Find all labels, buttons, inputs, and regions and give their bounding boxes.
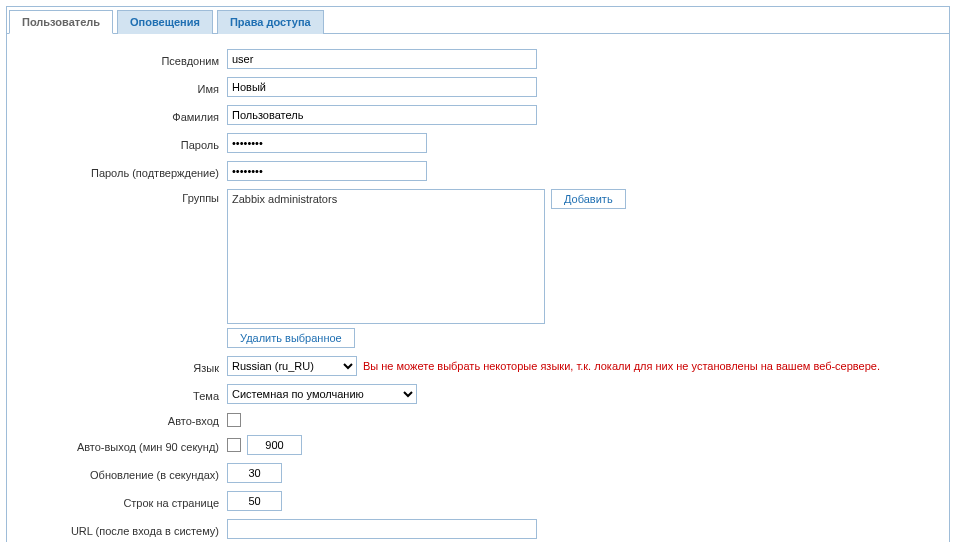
label-password: Пароль (17, 136, 227, 151)
autologin-checkbox[interactable] (227, 413, 241, 427)
autologout-checkbox[interactable] (227, 438, 241, 452)
password-confirm-input[interactable] (227, 161, 427, 181)
language-select[interactable]: Russian (ru_RU) (227, 356, 357, 376)
alias-input[interactable] (227, 49, 537, 69)
tab-media[interactable]: Оповещения (117, 10, 213, 34)
tab-bar: Пользователь Оповещения Права доступа (7, 7, 949, 34)
label-autologout: Авто-выход (мин 90 секунд) (17, 438, 227, 453)
label-name: Имя (17, 80, 227, 95)
label-refresh: Обновление (в секундах) (17, 466, 227, 481)
tab-permissions[interactable]: Права доступа (217, 10, 324, 34)
password-input[interactable] (227, 133, 427, 153)
autologout-input[interactable] (247, 435, 302, 455)
label-autologin: Авто-вход (17, 412, 227, 427)
rows-input[interactable] (227, 491, 282, 511)
label-theme: Тема (17, 387, 227, 402)
label-alias: Псевдоним (17, 52, 227, 67)
delete-selected-button[interactable]: Удалить выбранное (227, 328, 355, 348)
label-groups: Группы (17, 189, 227, 204)
label-surname: Фамилия (17, 108, 227, 123)
name-input[interactable] (227, 77, 537, 97)
user-form-panel: Пользователь Оповещения Права доступа Пс… (6, 6, 950, 542)
tab-user[interactable]: Пользователь (9, 10, 113, 34)
surname-input[interactable] (227, 105, 537, 125)
list-item[interactable]: Zabbix administrators (232, 192, 540, 206)
url-input[interactable] (227, 519, 537, 539)
add-group-button[interactable]: Добавить (551, 189, 626, 209)
label-password-confirm: Пароль (подтверждение) (17, 164, 227, 179)
groups-listbox[interactable]: Zabbix administrators (227, 189, 545, 324)
locale-warning: Вы не можете выбрать некоторые языки, т.… (363, 360, 880, 372)
theme-select[interactable]: Системная по умолчанию (227, 384, 417, 404)
form-body: Псевдоним Имя Фамилия Пароль Пароль (под (7, 34, 949, 542)
label-url: URL (после входа в систему) (17, 522, 227, 537)
label-language: Язык (17, 359, 227, 374)
refresh-input[interactable] (227, 463, 282, 483)
label-rows: Строк на странице (17, 494, 227, 509)
